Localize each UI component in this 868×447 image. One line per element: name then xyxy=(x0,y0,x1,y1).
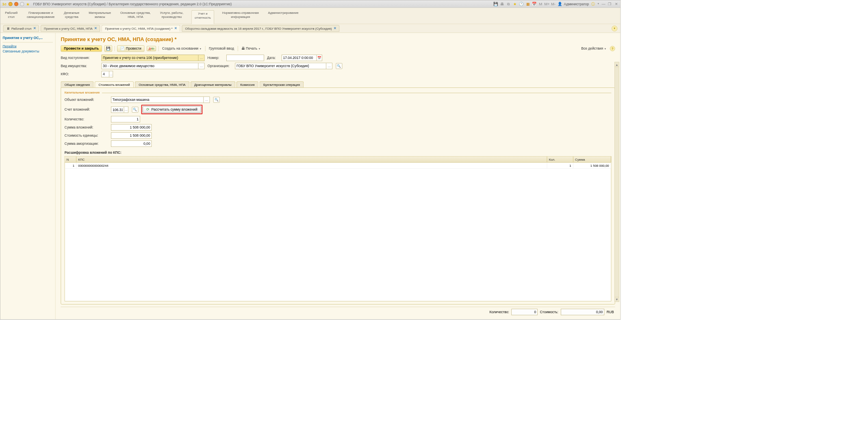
ellipsis-icon[interactable]: … xyxy=(109,71,113,77)
save-icon: 💾 xyxy=(106,46,111,50)
m-button[interactable]: M xyxy=(538,2,543,6)
tab-close-icon[interactable]: ✕ xyxy=(334,26,336,30)
grid-row[interactable]: 1 00000000000000244 1 1 508 000,00 xyxy=(65,163,611,169)
ellipsis-icon[interactable]: … xyxy=(124,107,128,112)
post-and-close-button[interactable]: Провести и закрыть xyxy=(61,46,102,52)
app-icon: 1c xyxy=(2,2,7,6)
tab-close-icon[interactable]: ✕ xyxy=(174,26,177,30)
tabs-menu-button[interactable]: ▼ xyxy=(612,26,617,31)
info-dropdown-icon[interactable]: ▼ xyxy=(597,2,599,5)
save-icon[interactable]: 💾 xyxy=(493,2,498,6)
sidebar-link-goto[interactable]: Перейти xyxy=(2,44,53,48)
kps-grid[interactable]: N КПС Кол. Сумма 1 00000000000000244 1 1… xyxy=(65,156,612,301)
search-icon[interactable]: 🔍 xyxy=(336,63,343,69)
scroll-up-icon[interactable]: ▲ xyxy=(615,62,619,67)
tab-desktop[interactable]: 🖥 Рабочий стол ✕ xyxy=(3,25,39,31)
sidebar-link-related[interactable]: Связанные документы xyxy=(2,50,53,54)
footer-cost-input[interactable] xyxy=(561,309,604,315)
tab-cost[interactable]: Стоимость вложений xyxy=(95,81,134,87)
tab-assets[interactable]: Основные средства, НМА, НПА xyxy=(135,81,189,87)
section-accounting[interactable]: Учет и отчетность xyxy=(191,10,214,24)
print-icon[interactable]: 🖶 xyxy=(500,2,504,6)
ellipsis-icon[interactable]: … xyxy=(326,63,332,69)
content: Принятие к учету ОС, НМА, НПА (создание)… xyxy=(56,33,621,319)
maximize-icon[interactable]: ❐ xyxy=(608,2,612,6)
minimize-icon[interactable]: — xyxy=(601,2,605,6)
m-minus-button[interactable]: M- xyxy=(551,2,556,6)
section-materials[interactable]: Материальные запасы xyxy=(87,10,112,20)
tab-general[interactable]: Общие сведения xyxy=(61,81,93,87)
tab-close-icon[interactable]: ✕ xyxy=(33,26,36,30)
ellipsis-icon[interactable]: … xyxy=(198,55,204,61)
close-icon[interactable]: ✕ xyxy=(614,2,618,6)
qty-input[interactable] xyxy=(111,116,140,122)
cell-kps: 00000000000000244 xyxy=(76,163,547,168)
open-tabs: 🖥 Рабочий стол ✕ Принятия к учету ОС, НМ… xyxy=(0,24,621,33)
section-services[interactable]: Услуги, работы, производство xyxy=(159,10,184,20)
property-type-input[interactable]: … xyxy=(102,63,205,69)
create-on-base-button[interactable]: Создать на основании ▼ xyxy=(161,46,203,51)
kfo-input[interactable]: … xyxy=(102,71,113,77)
calendar-icon[interactable]: 📅 xyxy=(532,2,536,6)
tab-precious[interactable]: Драгоценные материалы xyxy=(191,81,235,87)
depr-input[interactable] xyxy=(111,140,152,147)
calendar-icon[interactable]: 📅 xyxy=(317,55,322,61)
account-input[interactable]: … xyxy=(111,106,128,113)
tab-close-icon[interactable]: ✕ xyxy=(94,26,97,30)
section-desktop[interactable]: Рабочий стол xyxy=(4,10,19,20)
window-min-icon[interactable] xyxy=(9,2,13,6)
col-sum[interactable]: Сумма xyxy=(573,157,611,162)
info-icon[interactable]: ⓘ xyxy=(591,2,595,6)
history-icon[interactable]: 🕐 xyxy=(519,2,523,6)
section-planning[interactable]: Планирование и санкционирование xyxy=(26,10,56,20)
help-button[interactable]: ? xyxy=(610,46,615,51)
tab-turnover-balance[interactable]: Оборотно-сальдовая ведомость за 16 апрел… xyxy=(182,25,340,31)
save-button[interactable]: 💾 xyxy=(104,46,112,52)
section-cash[interactable]: Денежные средства xyxy=(63,10,80,20)
print-button[interactable]: 🖶 Печать ▼ xyxy=(240,46,262,51)
col-qty[interactable]: Кол. xyxy=(547,157,573,162)
tab-asset-list[interactable]: Принятия к учету ОС, НМА, НПА ✕ xyxy=(41,25,100,31)
post-button[interactable]: 📄Провести xyxy=(117,46,144,52)
tab-commission[interactable]: Комиссия xyxy=(237,81,258,87)
qty-label: Количество: xyxy=(65,117,108,121)
number-input[interactable] xyxy=(226,55,264,61)
m-plus-button[interactable]: M+ xyxy=(545,2,549,6)
section-reference[interactable]: Нормативно-справочная информация xyxy=(221,10,260,20)
star-icon[interactable]: ★ xyxy=(26,2,30,6)
col-n[interactable]: N xyxy=(65,157,76,162)
cell-sum: 1 508 000,00 xyxy=(573,163,611,168)
calculate-button[interactable]: ⟳ Рассчитать сумму вложений xyxy=(143,106,201,113)
tab-accounting-op[interactable]: Бухгалтерская операция xyxy=(260,81,304,87)
ellipsis-icon[interactable]: … xyxy=(198,63,204,69)
section-assets[interactable]: Основные средства, НМА, НПА xyxy=(119,10,152,20)
account-label: Счет вложений: xyxy=(65,107,108,111)
sum-input[interactable] xyxy=(111,124,152,131)
footer-qty-input[interactable] xyxy=(512,309,538,315)
date-input[interactable]: 📅 xyxy=(282,55,322,61)
dt-kt-button[interactable]: ДтКт xyxy=(147,46,156,51)
col-kps[interactable]: КПС xyxy=(76,157,547,162)
scroll-down-icon[interactable]: ▼ xyxy=(615,297,619,301)
receipt-type-input[interactable]: … xyxy=(102,55,205,61)
org-input[interactable]: … xyxy=(235,63,332,69)
cell-qty: 1 xyxy=(547,163,573,168)
tab-asset-create[interactable]: Принятие к учету ОС, НМА, НПА (создание)… xyxy=(102,25,180,31)
favorites-icon[interactable]: ★ xyxy=(513,2,517,6)
dtkt-icon: ДтКт xyxy=(149,47,154,50)
search-icon[interactable]: 🔍 xyxy=(213,97,220,102)
window-close-icon[interactable] xyxy=(14,2,18,6)
form-tab-control: Общие сведения Стоимость вложений Основн… xyxy=(61,81,615,87)
scrollbar[interactable]: ▲ ▼ xyxy=(614,62,619,302)
ellipsis-icon[interactable]: … xyxy=(204,97,210,102)
all-actions-button[interactable]: Все действия ▼ xyxy=(580,46,608,51)
calculator-icon[interactable]: ▦ xyxy=(525,2,530,6)
group-input-button[interactable]: Групповой ввод xyxy=(208,46,235,51)
copy-icon[interactable]: ⧉ xyxy=(506,2,511,6)
user-label[interactable]: Администратор xyxy=(564,2,589,6)
chevron-down-icon: ▼ xyxy=(199,48,202,50)
unit-cost-input[interactable] xyxy=(111,132,152,139)
section-admin[interactable]: Администрирование xyxy=(267,10,300,15)
object-input[interactable]: … xyxy=(111,96,210,103)
search-icon[interactable]: 🔍 xyxy=(132,107,139,112)
